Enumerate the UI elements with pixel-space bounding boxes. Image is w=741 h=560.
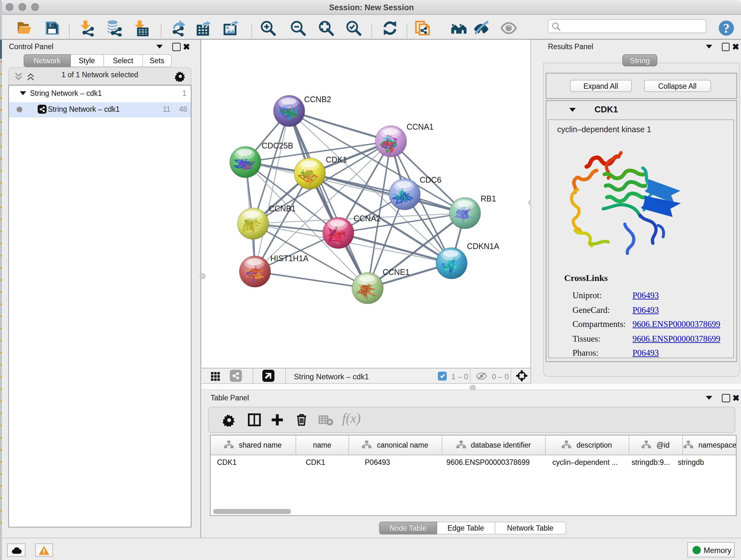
svg-text:RB1: RB1 <box>480 194 496 203</box>
svg-text:?: ? <box>723 21 730 36</box>
svg-text:CCNB2: CCNB2 <box>304 95 331 104</box>
svg-text:CCNB1: CCNB1 <box>268 204 295 213</box>
svg-text:CCNE1: CCNE1 <box>382 267 409 276</box>
svg-text:CDC6: CDC6 <box>419 175 441 184</box>
svg-text:CDKN1A: CDKN1A <box>467 242 499 251</box>
svg-text:CDK1: CDK1 <box>326 155 347 164</box>
svg-text:CDC25B: CDC25B <box>261 141 293 150</box>
svg-text:HIST1H1A: HIST1H1A <box>270 254 308 263</box>
svg-text:CCNA1: CCNA1 <box>406 122 433 131</box>
svg-text:CCNA2: CCNA2 <box>353 214 381 223</box>
